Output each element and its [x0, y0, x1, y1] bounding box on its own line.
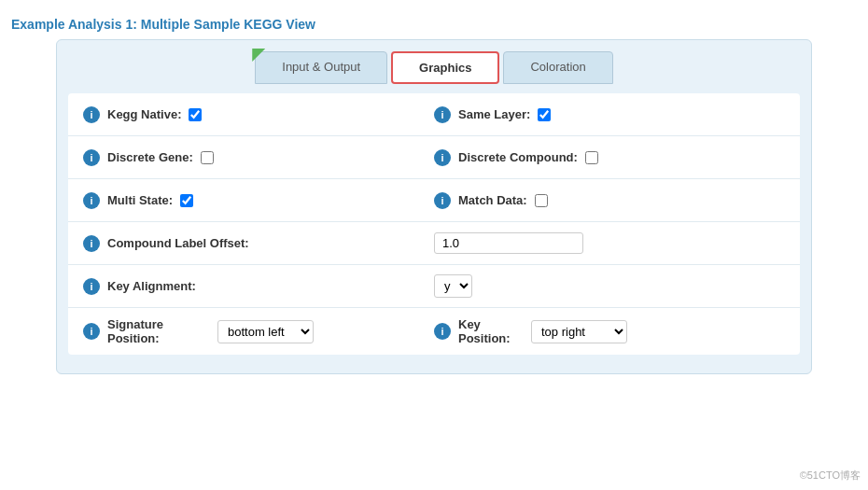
kegg-native-label: Kegg Native:: [107, 107, 181, 121]
page-title: Example Analysis 1: Multiple Sample KEGG…: [0, 9, 868, 39]
half-key-alignment: i Key Alignment:: [83, 278, 434, 295]
discrete-gene-checkbox[interactable]: [201, 151, 214, 164]
tab-graphics[interactable]: Graphics: [391, 51, 499, 84]
half-compound-offset: i Compound Label Offset:: [83, 235, 434, 252]
discrete-compound-info-icon[interactable]: i: [434, 149, 451, 166]
compound-offset-input[interactable]: [434, 232, 583, 254]
content-area: i Kegg Native: i Same Layer: i Discrete …: [68, 93, 800, 355]
kegg-native-checkbox[interactable]: [189, 108, 202, 121]
same-layer-checkbox[interactable]: [538, 108, 551, 121]
row-kegg-same: i Kegg Native: i Same Layer:: [68, 93, 800, 136]
discrete-gene-info-icon[interactable]: i: [83, 149, 100, 166]
key-alignment-info-icon[interactable]: i: [83, 278, 100, 295]
match-data-checkbox[interactable]: [535, 194, 548, 207]
tab-input-output-label: Input & Output: [282, 60, 360, 74]
key-position-label: Key Position:: [458, 317, 524, 345]
key-position-info-icon[interactable]: i: [434, 323, 451, 340]
row-multi-match: i Multi State: i Match Data:: [68, 179, 800, 222]
compound-offset-info-icon[interactable]: i: [83, 235, 100, 252]
multi-state-info-icon[interactable]: i: [83, 192, 100, 209]
signature-position-select[interactable]: bottom left bottom right top left top ri…: [217, 320, 314, 343]
row-positions: i Signature Position: bottom left bottom…: [68, 308, 800, 355]
half-match-data: i Match Data:: [434, 192, 785, 209]
key-alignment-select[interactable]: x y: [434, 274, 472, 298]
half-signature-position: i Signature Position: bottom left bottom…: [83, 317, 434, 345]
tab-coloration[interactable]: Coloration: [503, 51, 612, 84]
key-alignment-label: Key Alignment:: [107, 279, 196, 293]
key-position-select[interactable]: top left top right bottom left bottom ri…: [531, 320, 627, 343]
discrete-compound-checkbox[interactable]: [585, 151, 598, 164]
multi-state-checkbox[interactable]: [180, 194, 193, 207]
discrete-gene-label: Discrete Gene:: [107, 150, 193, 164]
half-key-position: i Key Position: top left top right botto…: [434, 317, 785, 345]
kegg-native-info-icon[interactable]: i: [83, 106, 100, 123]
half-discrete-compound: i Discrete Compound:: [434, 149, 785, 166]
half-kegg-native: i Kegg Native:: [83, 106, 434, 123]
signature-position-info-icon[interactable]: i: [83, 323, 100, 340]
signature-position-label: Signature Position:: [107, 317, 210, 345]
same-layer-label: Same Layer:: [458, 107, 530, 121]
same-layer-info-icon[interactable]: i: [434, 106, 451, 123]
main-container: Input & Output Graphics Coloration i Keg…: [56, 39, 812, 374]
half-discrete-gene: i Discrete Gene:: [83, 149, 434, 166]
compound-offset-label: Compound Label Offset:: [107, 236, 249, 250]
half-multi-state: i Multi State:: [83, 192, 434, 209]
multi-state-label: Multi State:: [107, 193, 173, 207]
tab-coloration-label: Coloration: [530, 60, 585, 74]
row-compound-offset: i Compound Label Offset:: [68, 222, 800, 265]
tabs-row: Input & Output Graphics Coloration: [57, 40, 811, 84]
match-data-label: Match Data:: [458, 193, 527, 207]
tab-graphics-label: Graphics: [419, 61, 471, 75]
match-data-info-icon[interactable]: i: [434, 192, 451, 209]
half-key-alignment-value: x y: [434, 274, 785, 298]
half-same-layer: i Same Layer:: [434, 106, 785, 123]
tab-input-output[interactable]: Input & Output: [255, 51, 387, 84]
row-key-alignment: i Key Alignment: x y: [68, 265, 800, 308]
row-discrete: i Discrete Gene: i Discrete Compound:: [68, 136, 800, 179]
half-compound-offset-value: [434, 232, 785, 254]
watermark: ©51CTO博客: [800, 469, 861, 483]
discrete-compound-label: Discrete Compound:: [458, 150, 578, 164]
